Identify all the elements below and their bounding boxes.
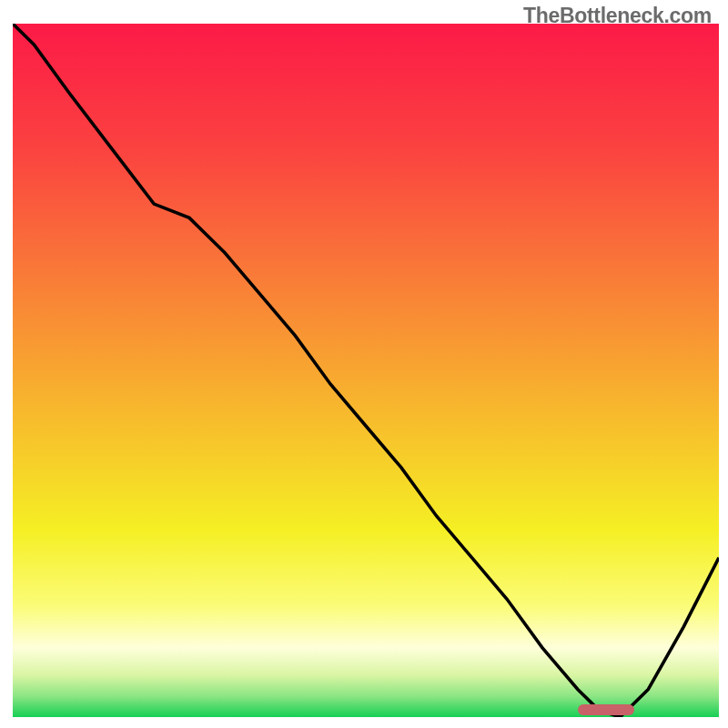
optimal-range-marker [578,704,634,715]
chart-area [13,24,719,717]
bottleneck-curve [13,24,719,717]
